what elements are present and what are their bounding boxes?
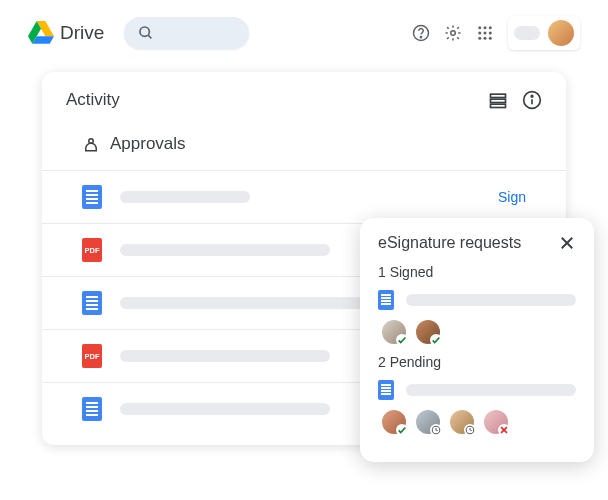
drive-logo-group[interactable]: Drive xyxy=(28,21,104,45)
svg-point-11 xyxy=(478,37,481,40)
signer-avatars xyxy=(378,408,576,436)
doc-file-icon xyxy=(82,397,102,421)
clock-badge-icon xyxy=(430,424,442,436)
list-view-icon[interactable] xyxy=(488,90,508,110)
signer-avatar[interactable] xyxy=(380,318,408,346)
help-icon[interactable] xyxy=(412,24,430,42)
search-icon xyxy=(138,25,154,41)
svg-point-9 xyxy=(484,32,487,35)
settings-icon[interactable] xyxy=(444,24,462,42)
approvals-icon xyxy=(82,135,100,153)
close-icon[interactable] xyxy=(558,234,576,252)
svg-point-3 xyxy=(420,37,421,38)
svg-rect-15 xyxy=(491,99,506,102)
account-pill xyxy=(514,26,540,40)
check-badge-icon xyxy=(396,424,408,436)
check-badge-icon xyxy=(430,334,442,346)
status-label: 2 Pending xyxy=(378,354,576,370)
signer-avatar[interactable] xyxy=(482,408,510,436)
file-name-placeholder xyxy=(120,297,400,309)
svg-point-12 xyxy=(484,37,487,40)
doc-name-placeholder xyxy=(406,294,576,306)
esignature-popup: eSignature requests 1 Signed2 Pending xyxy=(360,218,594,462)
activity-title: Activity xyxy=(66,90,488,110)
svg-point-13 xyxy=(489,37,492,40)
pdf-file-icon xyxy=(82,238,102,262)
svg-point-19 xyxy=(531,95,533,97)
popup-title: eSignature requests xyxy=(378,234,558,252)
user-avatar xyxy=(548,20,574,46)
svg-point-8 xyxy=(478,32,481,35)
cross-badge-icon xyxy=(498,424,510,436)
info-icon[interactable] xyxy=(522,90,542,110)
popup-header: eSignature requests xyxy=(378,234,576,252)
file-name-placeholder xyxy=(120,244,330,256)
doc-file-icon xyxy=(82,185,102,209)
svg-point-5 xyxy=(478,26,481,29)
signer-avatar[interactable] xyxy=(414,408,442,436)
signer-avatar[interactable] xyxy=(380,408,408,436)
svg-point-6 xyxy=(484,26,487,29)
file-row[interactable]: Sign xyxy=(42,170,566,223)
status-doc-row[interactable] xyxy=(378,290,576,310)
svg-point-0 xyxy=(140,27,149,36)
sign-action[interactable]: Sign xyxy=(498,189,526,205)
doc-file-icon xyxy=(378,380,394,400)
clock-badge-icon xyxy=(464,424,476,436)
header: Drive xyxy=(0,0,608,66)
signer-avatar[interactable] xyxy=(448,408,476,436)
file-name-placeholder xyxy=(120,350,330,362)
doc-name-placeholder xyxy=(406,384,576,396)
search-input[interactable] xyxy=(124,17,249,49)
account-switcher[interactable] xyxy=(508,16,580,50)
drive-logo-icon xyxy=(28,21,54,45)
pdf-file-icon xyxy=(82,344,102,368)
svg-point-7 xyxy=(489,26,492,29)
apps-icon[interactable] xyxy=(476,24,494,42)
file-name-placeholder xyxy=(120,403,330,415)
svg-rect-16 xyxy=(491,104,506,107)
file-name-placeholder xyxy=(120,191,250,203)
approvals-tab[interactable]: Approvals xyxy=(42,120,566,170)
signer-avatars xyxy=(378,318,576,346)
approvals-label: Approvals xyxy=(110,134,186,154)
status-label: 1 Signed xyxy=(378,264,576,280)
product-name: Drive xyxy=(60,22,104,44)
signer-avatar[interactable] xyxy=(414,318,442,346)
svg-point-10 xyxy=(489,32,492,35)
doc-file-icon xyxy=(82,291,102,315)
doc-file-icon xyxy=(378,290,394,310)
activity-header: Activity xyxy=(42,72,566,120)
svg-point-4 xyxy=(451,31,456,36)
status-doc-row[interactable] xyxy=(378,380,576,400)
svg-rect-14 xyxy=(491,94,506,97)
check-badge-icon xyxy=(396,334,408,346)
svg-line-1 xyxy=(148,35,151,38)
header-icons xyxy=(412,16,580,50)
